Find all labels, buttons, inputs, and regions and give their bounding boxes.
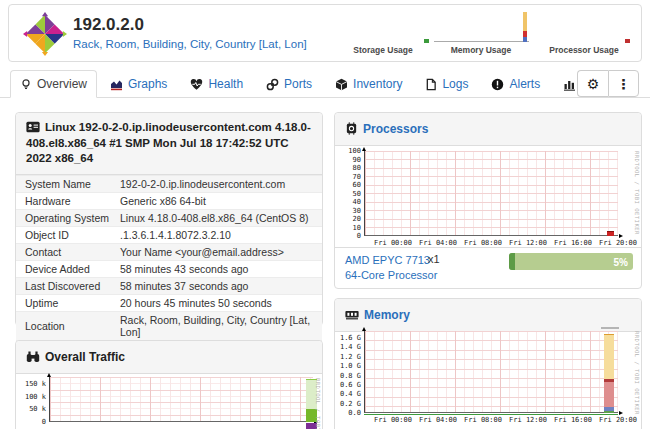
storage-usage-label: Storage Usage bbox=[343, 45, 423, 55]
device-tabbar: Overview Graphs Health Ports Inventory L… bbox=[0, 70, 650, 98]
overall-traffic-graph[interactable]: RRDTOOL / TOBI OETIKER 150 k100 k50 k0 bbox=[16, 374, 322, 429]
overall-traffic-heading: Overall Traffic bbox=[16, 341, 322, 374]
y-axis-tick: 0 bbox=[16, 418, 46, 426]
cpu-name-link[interactable]: AMD EPYC 7713 64-Core Processor bbox=[345, 253, 437, 283]
x-axis-tick: Fri 12:00 bbox=[509, 239, 547, 247]
row-label: Hardware bbox=[16, 193, 116, 209]
device-controls: ⚙ ⋮ bbox=[577, 70, 639, 97]
processor-usage-label: Processor Usage bbox=[534, 45, 634, 55]
memory-total-line bbox=[601, 327, 619, 329]
tab-alerts[interactable]: Alerts bbox=[481, 70, 550, 98]
x-axis-tick: Fri 20:00 bbox=[599, 416, 637, 424]
system-attribute-table: System Name192-0-2-0.ip.linodeuserconten… bbox=[16, 175, 322, 357]
x-axis-tick: Fri 00:00 bbox=[374, 416, 412, 424]
cpu-name-line1: AMD EPYC 7713 bbox=[345, 254, 430, 266]
table-row: Operating SystemLinux 4.18.0-408.el8.x86… bbox=[16, 209, 322, 226]
tab-list: Overview Graphs Health Ports Inventory L… bbox=[10, 70, 650, 98]
y-axis-tick: 1.4 G bbox=[335, 343, 361, 351]
device-header-panel: 192.0.2.0 Rack, Room, Building, City, Co… bbox=[8, 4, 642, 62]
y-axis-tick: 50 bbox=[335, 190, 361, 198]
table-row: HardwareGeneric x86 64-bit bbox=[16, 192, 322, 209]
processor-usage-mark bbox=[625, 39, 630, 43]
table-row: Last Discovered58 minutes 37 seconds ago bbox=[16, 277, 322, 294]
x-axis-tick: Fri 04:00 bbox=[419, 416, 457, 424]
tab-label: Health bbox=[208, 77, 243, 91]
x-axis-tick: Fri 12:00 bbox=[509, 416, 547, 424]
y-axis-tick: 90 bbox=[335, 156, 361, 164]
memory-graph[interactable]: RRDTOOL / TOBI OETIKER 1.6 G1.4 G1.2 G1.… bbox=[335, 327, 641, 429]
y-axis-tick: 100 bbox=[335, 147, 361, 155]
memory-usage-minigraph[interactable] bbox=[434, 11, 530, 43]
y-axis-tick: 0.8 G bbox=[335, 372, 361, 380]
microchip-icon bbox=[345, 122, 358, 135]
tab-graphs[interactable]: Graphs bbox=[100, 70, 177, 98]
y-axis-tick: 20 bbox=[335, 215, 361, 223]
memory-minigraph-spike-buffers bbox=[523, 37, 527, 42]
x-axis-tick: Fri 08:00 bbox=[464, 416, 502, 424]
y-axis-tick: 0 bbox=[335, 232, 361, 240]
memory-title-link[interactable]: Memory bbox=[364, 308, 410, 322]
memory-free-bar bbox=[604, 411, 614, 413]
traffic-plot-area bbox=[49, 377, 313, 422]
table-row: System Name192-0-2-0.ip.linodeuserconten… bbox=[16, 175, 322, 192]
memory-plot-area bbox=[364, 331, 618, 413]
row-value: .1.3.6.1.4.1.8072.3.2.10 bbox=[116, 227, 322, 243]
settings-gear-button[interactable]: ⚙ bbox=[577, 70, 608, 97]
area-chart-icon bbox=[110, 78, 123, 91]
tab-logs[interactable]: Logs bbox=[415, 70, 478, 98]
tab-overview[interactable]: Overview bbox=[10, 70, 97, 98]
processor-usage-minigraph[interactable] bbox=[536, 11, 632, 43]
processors-plot-area bbox=[364, 151, 618, 236]
device-hostname: 192.0.2.0 bbox=[73, 15, 144, 35]
x-axis-tick: Fri 08:00 bbox=[464, 239, 502, 247]
rrdtool-watermark: RRDTOOL / TOBI OETIKER bbox=[315, 378, 321, 429]
binoculars-icon bbox=[26, 350, 40, 363]
cpu-usage-percent: 5% bbox=[614, 256, 628, 267]
y-axis-tick: 30 bbox=[335, 207, 361, 215]
row-label: Uptime bbox=[16, 295, 116, 311]
processors-graph[interactable]: RRDTOOL / TOBI OETIKER 10090807060504030… bbox=[335, 141, 641, 247]
alert-circle-icon bbox=[491, 78, 504, 91]
row-value: 20 hours 45 minutes 50 seconds bbox=[116, 295, 322, 311]
storage-usage-minigraph[interactable] bbox=[336, 11, 432, 43]
row-label: Location bbox=[16, 318, 116, 334]
device-location-link[interactable]: Rack, Room, Building, City, Country [Lat… bbox=[73, 38, 307, 50]
librenms-device-overview-page: 192.0.2.0 Rack, Room, Building, City, Co… bbox=[0, 0, 650, 429]
table-row: Object ID.1.3.6.1.4.1.8072.3.2.10 bbox=[16, 226, 322, 243]
tab-inventory[interactable]: Inventory bbox=[325, 70, 412, 98]
cpu-usage-fill bbox=[509, 253, 515, 270]
memory-panel: Memory RRDTOOL / TOBI OETIKER 1.6 G1.4 G… bbox=[334, 298, 642, 429]
x-axis-tick: Fri 04:00 bbox=[419, 239, 457, 247]
row-label: Operating System bbox=[16, 210, 116, 226]
memory-used-bar bbox=[604, 382, 614, 407]
memory-minigraph-baseline bbox=[434, 41, 529, 42]
cpu-count: x1 bbox=[428, 253, 440, 265]
row-label: System Name bbox=[16, 176, 116, 192]
table-row: ContactYour Name <your@email.address> bbox=[16, 243, 322, 260]
tab-label: Ports bbox=[284, 77, 312, 91]
row-value: 192-0-2-0.ip.linodeusercontent.com bbox=[116, 176, 322, 192]
x-axis-tick: Fri 16:00 bbox=[554, 416, 592, 424]
y-axis-tick: 0.2 G bbox=[335, 400, 361, 408]
processors-title-link[interactable]: Processors bbox=[363, 122, 428, 136]
tab-health[interactable]: Health bbox=[180, 70, 253, 98]
row-value: 58 minutes 43 seconds ago bbox=[116, 261, 322, 277]
cpu-name-line2: 64-Core Processor bbox=[345, 269, 437, 281]
row-value: 58 minutes 37 seconds ago bbox=[116, 278, 322, 294]
rrdtool-watermark: RRDTOOL / TOBI OETIKER bbox=[634, 151, 640, 235]
overall-traffic-title: Overall Traffic bbox=[45, 350, 125, 364]
processor-list-row: AMD EPYC 7713 64-Core Processor x1 5% bbox=[335, 247, 641, 288]
memory-usage-label: Memory Usage bbox=[431, 45, 531, 55]
tab-label: Alerts bbox=[509, 77, 540, 91]
row-label: Last Discovered bbox=[16, 278, 116, 294]
more-options-kebab-button[interactable]: ⋮ bbox=[608, 70, 639, 97]
overall-traffic-panel: Overall Traffic RRDTOOL / TOBI OETIKER 1… bbox=[15, 340, 323, 429]
tab-ports[interactable]: Ports bbox=[256, 70, 322, 98]
table-row: Uptime20 hours 45 minutes 50 seconds bbox=[16, 294, 322, 311]
row-value: Your Name <your@email.address> bbox=[116, 244, 322, 260]
tab-label: Overview bbox=[37, 77, 87, 91]
processors-panel: Processors RRDTOOL / TOBI OETIKER 100908… bbox=[334, 112, 642, 289]
heartbeat-icon bbox=[190, 78, 203, 91]
y-axis-tick: 60 bbox=[335, 181, 361, 189]
cpu-usage-progressbar: 5% bbox=[509, 253, 633, 270]
